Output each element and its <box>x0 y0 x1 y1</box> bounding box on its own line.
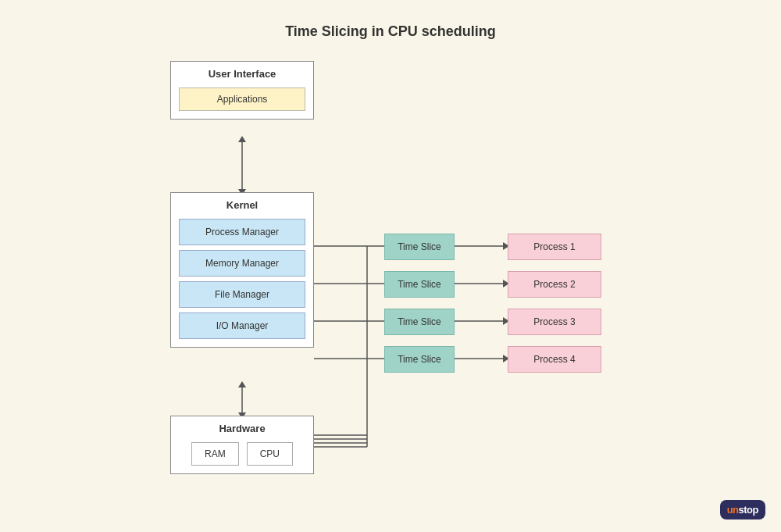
time-slice-3: Time Slice <box>384 309 455 335</box>
kernel-box-header: Kernel <box>171 193 313 216</box>
process-4-box: Process 4 <box>508 346 601 373</box>
unstop-logo: unstop <box>720 500 765 520</box>
time-slice-1: Time Slice <box>384 234 455 260</box>
hardware-box: Hardware RAM CPU <box>170 416 314 474</box>
kernel-box: Kernel Process Manager Memory Manager Fi… <box>170 192 314 348</box>
svg-arrows <box>0 0 781 532</box>
process-2-box: Process 2 <box>508 271 601 298</box>
process-3-box: Process 3 <box>508 309 601 335</box>
hardware-box-header: Hardware <box>171 416 313 439</box>
applications-box: Applications <box>179 87 305 111</box>
ram-box: RAM <box>191 442 239 466</box>
time-slice-2: Time Slice <box>384 271 455 298</box>
ui-box: User Interface Applications <box>170 61 314 120</box>
ui-box-header: User Interface <box>171 62 313 84</box>
diagram-container: Time Slicing in CPU scheduling <box>0 0 781 532</box>
page-title: Time Slicing in CPU scheduling <box>0 23 781 40</box>
io-manager-box: I/O Manager <box>179 312 305 339</box>
process-manager-box: Process Manager <box>179 219 305 245</box>
svg-marker-5 <box>238 381 246 387</box>
kernel-box-body: Process Manager Memory Manager File Mana… <box>171 216 313 347</box>
process-1-box: Process 1 <box>508 234 601 260</box>
file-manager-box: File Manager <box>179 281 305 308</box>
time-slice-4: Time Slice <box>384 346 455 373</box>
memory-manager-box: Memory Manager <box>179 250 305 277</box>
ui-box-body: Applications <box>171 84 313 119</box>
hardware-box-body: RAM CPU <box>171 439 313 473</box>
svg-marker-2 <box>238 136 246 142</box>
logo-highlight: un <box>727 504 739 516</box>
cpu-box: CPU <box>247 442 293 466</box>
